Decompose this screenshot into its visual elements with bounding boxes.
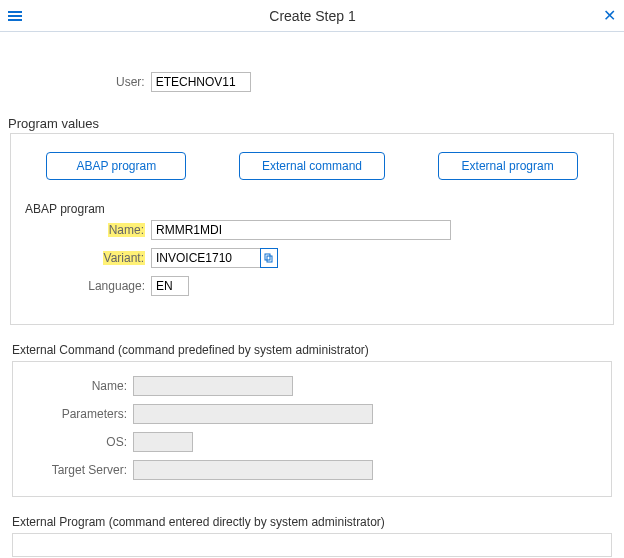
- close-icon[interactable]: ✕: [603, 6, 616, 25]
- ext-cmd-target-input: [133, 460, 373, 480]
- tab-external-program[interactable]: External program: [438, 152, 578, 180]
- ext-cmd-os-label: OS:: [27, 435, 127, 449]
- ext-cmd-section-title: External Command (command predefined by …: [12, 343, 612, 357]
- abap-language-label: Language:: [65, 279, 145, 293]
- dialog-header: Create Step 1 ✕: [0, 0, 624, 32]
- abap-variant-input[interactable]: [151, 248, 261, 268]
- ext-cmd-name-input: [133, 376, 293, 396]
- abap-variant-label: Variant:: [103, 251, 145, 265]
- ext-cmd-os-input: [133, 432, 193, 452]
- program-values-title: Program values: [8, 116, 618, 131]
- ext-prog-section-title: External Program (command entered direct…: [12, 515, 612, 529]
- abap-name-label: Name:: [108, 223, 145, 237]
- ext-cmd-name-label: Name:: [27, 379, 127, 393]
- tab-abap-program[interactable]: ABAP program: [46, 152, 186, 180]
- user-row: User:: [116, 72, 618, 92]
- abap-fields: Name: Variant: Language:: [65, 220, 599, 296]
- menu-icon[interactable]: [8, 11, 22, 21]
- ext-cmd-params-label: Parameters:: [27, 407, 127, 421]
- user-input[interactable]: [151, 72, 251, 92]
- ext-cmd-params-input: [133, 404, 373, 424]
- program-type-tabs: ABAP program External command External p…: [35, 152, 589, 180]
- ext-cmd-params-row: Parameters:: [27, 404, 597, 424]
- program-values-panel: ABAP program External command External p…: [10, 133, 614, 325]
- user-label: User:: [116, 75, 145, 89]
- ext-cmd-target-row: Target Server:: [27, 460, 597, 480]
- ext-cmd-name-row: Name:: [27, 376, 597, 396]
- value-help-icon[interactable]: [260, 248, 278, 268]
- ext-prog-panel: [12, 533, 612, 557]
- abap-variant-row: Variant:: [65, 248, 599, 268]
- abap-language-input[interactable]: [151, 276, 189, 296]
- dialog-title: Create Step 1: [22, 8, 603, 24]
- abap-language-row: Language:: [65, 276, 599, 296]
- abap-name-row: Name:: [65, 220, 599, 240]
- dialog-body: User: Program values ABAP program Extern…: [0, 32, 624, 557]
- abap-section-title: ABAP program: [25, 202, 593, 216]
- ext-cmd-target-label: Target Server:: [27, 463, 127, 477]
- abap-name-input[interactable]: [151, 220, 451, 240]
- ext-cmd-os-row: OS:: [27, 432, 597, 452]
- ext-cmd-panel: Name: Parameters: OS: Target Server:: [12, 361, 612, 497]
- tab-external-command[interactable]: External command: [239, 152, 385, 180]
